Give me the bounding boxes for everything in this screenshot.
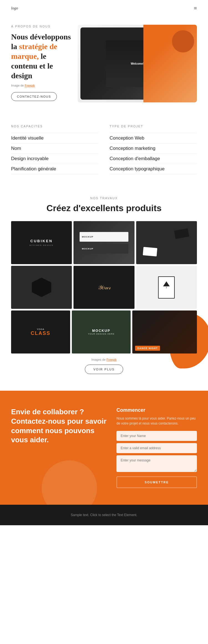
person-background (143, 25, 197, 102)
cap-left-tag: NOS CAPACITÉS (11, 125, 98, 128)
hero-right: Welcome! (78, 25, 197, 102)
grid-row-2: 𝒴𝑜𝓊𝓇 7 (11, 266, 197, 309)
contact-section: Envie de collaborer ? Contactez-nous pou… (0, 391, 208, 505)
grid-cell-signature: 𝒴𝑜𝓊𝓇 (73, 266, 134, 309)
footer-text: Sample text. Click to select the Text El… (11, 513, 197, 517)
screen-welcome: Welcome! (131, 62, 144, 65)
biz-card-2 (143, 247, 157, 256)
mockup-card-1: MOCKUP (80, 232, 128, 242)
works-title: Créez d'excellents produits (11, 203, 197, 213)
header: logo ≡ (0, 0, 208, 16)
yoga-text: YOGA (37, 328, 44, 330)
cap-item-7: Conception d'emballage (110, 154, 197, 164)
capabilities-left: NOS CAPACITÉS Identité visuelle Nom Desi… (11, 125, 98, 174)
hero-image-credit: Image de Freepik (11, 84, 72, 87)
grid-cell-business (136, 221, 197, 264)
bag-container: 7 (158, 276, 175, 299)
mockup2-sub: YOUR DESIGN HERE (88, 333, 115, 335)
voir-plus-button[interactable]: VOIR PLUS (85, 365, 123, 374)
freepik-link-works[interactable]: Freepik (106, 358, 117, 361)
hero-tag: À PROPOS DE NOUS (11, 25, 72, 28)
cubiken-text: CUBIKEN (30, 239, 54, 243)
grid-cell-dance: DANCE NIGHT (132, 310, 197, 353)
dance-badge: DANCE NIGHT (135, 346, 160, 351)
cap-item-3: Design incroyable (11, 154, 98, 164)
lion-shape (32, 278, 51, 297)
hero-image: Welcome! (78, 25, 197, 102)
hero-title: Nous développons la stratégie de marque,… (11, 32, 72, 80)
cap-item-2: Nom (11, 143, 98, 154)
bag-label: 7 (166, 286, 167, 289)
person-silhouette (172, 30, 194, 52)
freepik-link[interactable]: Freepik (25, 84, 35, 87)
grid-cell-lion (11, 266, 72, 309)
grid-cell-cubiken: CUBIKEN KITCHEN DESIGN (11, 221, 72, 264)
cubiken-sub: KITCHEN DESIGN (30, 244, 54, 246)
cap-item-5: Conception Web (110, 133, 197, 143)
hero-left: À PROPOS DE NOUS Nous développons la str… (11, 25, 72, 101)
capabilities-section: NOS CAPACITÉS Identité visuelle Nom Desi… (0, 113, 208, 185)
cap-item-1: Identité visuelle (11, 133, 98, 143)
grid-row-1: CUBIKEN KITCHEN DESIGN MOCKUP MOCKUP (11, 221, 197, 264)
contact-button[interactable]: CONTACTEZ-NOUS (11, 92, 57, 101)
form-title: Commencer (116, 407, 197, 413)
footer: Sample text. Click to select the Text El… (0, 505, 208, 525)
grid-cell-mockup: MOCKUP MOCKUP (73, 221, 134, 264)
contact-headline: Envie de collaborer ? Contactez-nous pou… (11, 407, 108, 445)
works-tag: NOS TRAVAUX (11, 196, 197, 200)
bag-triangle (163, 281, 170, 286)
cap-right-tag: TYPE DE PROJET (110, 125, 197, 128)
cap-item-8: Conception typographique (110, 164, 197, 174)
logo: logo (11, 6, 18, 11)
signature-text: 𝒴𝑜𝓊𝓇 (97, 284, 110, 291)
grid-cell-mockup2: MOCKUP YOUR DESIGN HERE (72, 310, 131, 353)
grid-cell-bag: 7 (136, 266, 197, 309)
form-desc: Nous sommes là pour vous aider. Parlez-n… (116, 416, 197, 426)
hero-section: À PROPOS DE NOUS Nous développons la str… (0, 16, 208, 113)
message-input[interactable] (116, 455, 197, 472)
cap-item-6: Conception marketing (110, 143, 197, 154)
menu-icon[interactable]: ≡ (194, 5, 197, 11)
yoga-class-text: CLASS (31, 330, 50, 336)
mockup2-text: MOCKUP (92, 329, 110, 333)
biz-card-1 (174, 228, 189, 239)
works-section: NOS TRAVAUX Créez d'excellents produits … (0, 185, 208, 391)
contact-left: Envie de collaborer ? Contactez-nous pou… (11, 407, 108, 445)
works-image-credit: Images de Freepik (11, 358, 197, 361)
contact-form: Commencer Nous sommes là pour vous aider… (116, 407, 197, 488)
grid-cell-yoga: YOGA CLASS (11, 310, 70, 353)
name-input[interactable] (116, 431, 197, 441)
cap-item-4: Planification générale (11, 164, 98, 174)
grid-row-3: YOGA CLASS MOCKUP YOUR DESIGN HERE DANCE… (11, 310, 197, 353)
mockup-card-2: MOCKUP (80, 244, 128, 254)
submit-button[interactable]: SOUMETTRE (116, 476, 197, 488)
capabilities-right: TYPE DE PROJET Conception Web Conception… (110, 125, 197, 174)
email-input[interactable] (116, 443, 197, 453)
